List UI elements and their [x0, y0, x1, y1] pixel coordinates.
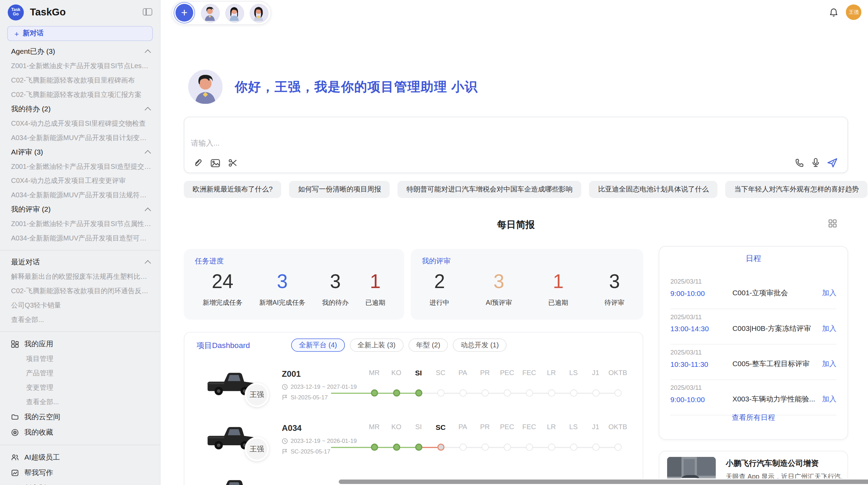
- schedule-event: 2025/03/11 9:00-10:00 X003-车辆动力学性能验... 加…: [671, 380, 836, 415]
- sidebar-item-favorites[interactable]: 我的收藏: [0, 425, 160, 440]
- sidebar-item-help-write[interactable]: 帮我写作: [0, 465, 160, 481]
- filter-tab-powertrain[interactable]: 动总开发 (1): [453, 338, 506, 352]
- flag-icon: [282, 448, 288, 455]
- sidebar-item[interactable]: A034-全新新能源MUV产品开发项目计划变更表编写: [0, 130, 160, 145]
- app-title: TaskGo: [30, 7, 65, 18]
- join-button[interactable]: 加入: [822, 324, 836, 334]
- join-button[interactable]: 加入: [822, 394, 836, 404]
- milestone-dot: [570, 389, 577, 397]
- section-header-my-review[interactable]: 我的评审 (2): [0, 202, 160, 217]
- view-all-schedule-link[interactable]: 查看所有日程: [659, 413, 847, 423]
- chevron-up-icon[interactable]: [145, 49, 151, 55]
- suggestion-chip[interactable]: 特朗普可能对进口汽车增税会对中国车企造成哪些影响: [398, 181, 581, 198]
- divider: [0, 445, 160, 445]
- join-button[interactable]: 加入: [822, 288, 836, 298]
- milestone-label: FEC: [522, 423, 536, 431]
- message-input[interactable]: [190, 138, 690, 148]
- scissors-icon[interactable]: [228, 158, 237, 167]
- section-header-my-todo[interactable]: 我的待办 (2): [0, 102, 160, 116]
- chevron-up-icon[interactable]: [145, 260, 151, 266]
- section-header-agent-done[interactable]: Agent已办 (3): [0, 44, 160, 59]
- stat-in-progress: 2 进行中: [430, 269, 449, 308]
- composer-right-icons: [795, 158, 837, 167]
- send-icon[interactable]: [827, 158, 838, 167]
- phone-icon[interactable]: [795, 158, 804, 167]
- user-avatar[interactable]: 王强: [846, 4, 861, 20]
- chat-avatar-1[interactable]: [201, 4, 220, 23]
- project-row-a034[interactable]: 王强 A034 2023-12-19 ~ 2026-01-19 SC-2025-…: [184, 419, 643, 472]
- milestone-date-text: SC-2025-05-17: [291, 448, 330, 455]
- milestone-dot: [548, 389, 555, 397]
- event-name: C005-整车工程目标评审: [732, 359, 822, 369]
- schedule-event: 2025/03/11 9:00-10:00 C001-立项审批会 加入: [671, 273, 836, 309]
- sidebar-item[interactable]: Z001-全新燃油轻卡产品开发项目SI节点属性5D文件评审: [0, 217, 160, 231]
- app-link-change-mgmt[interactable]: 变更管理: [0, 381, 160, 395]
- event-date: 2025/03/11: [671, 344, 836, 356]
- message-composer[interactable]: [184, 117, 848, 173]
- new-chat-label: 新对话: [23, 29, 44, 38]
- suggestion-chip[interactable]: 如何写一份清晰的项目周报: [289, 181, 390, 198]
- event-time: 9:00-10:00: [671, 289, 733, 297]
- new-session-button[interactable]: +: [176, 4, 193, 22]
- sidebar-item[interactable]: Z001-全新燃油皮卡产品开发项目SI节点Lesson Learn报告: [0, 59, 160, 73]
- project-row-z001[interactable]: 王强 Z001 2023-12-19 ~ 2027-01-19 SI-2025-…: [184, 364, 643, 418]
- chevron-up-icon[interactable]: [145, 107, 151, 113]
- app-link-project-mgmt[interactable]: 项目管理: [0, 352, 160, 366]
- sidebar-item-cloud-space[interactable]: 我的云空间: [0, 409, 160, 425]
- milestone-dot: [504, 389, 511, 397]
- assistant-avatar-illustration: [188, 70, 222, 104]
- suggestion-chip[interactable]: 欧洲新规最近颁布了什么?: [184, 181, 281, 198]
- image-icon[interactable]: [210, 159, 220, 167]
- milestone-label: LR: [547, 423, 556, 431]
- suggestion-chip[interactable]: 当下年轻人对汽车外观有怎样的喜好趋势: [725, 181, 868, 198]
- filter-tab-new-upfit[interactable]: 全新上装 (3): [350, 338, 403, 352]
- sidebar-collapse-icon[interactable]: [143, 8, 152, 15]
- sidebar-item[interactable]: C02-飞腾新能源轻客改款项目里程碑画布: [0, 73, 160, 87]
- sidebar-item-creative-draw[interactable]: 创意制图: [0, 481, 160, 485]
- sidebar-item[interactable]: A034-全新新能源MUV产品开发项目法规符合性评审: [0, 188, 160, 202]
- chat-avatar-3[interactable]: [250, 4, 268, 23]
- chevron-up-icon[interactable]: [145, 150, 151, 156]
- app-link-product-mgmt[interactable]: 产品管理: [0, 366, 160, 381]
- section-title: 我的评审 (2): [11, 204, 50, 214]
- avatar-illustration: [226, 4, 242, 21]
- section-header-ai-review[interactable]: AI评审 (3): [0, 145, 160, 159]
- stat-ai-prereview: 3 AI预评审: [486, 269, 512, 308]
- project-dates-text: 2023-12-19 ~ 2026-01-19: [291, 437, 357, 444]
- event-date: 2025/03/11: [671, 309, 836, 320]
- join-button[interactable]: 加入: [822, 359, 836, 369]
- filter-tab-new-platform[interactable]: 全新平台 (4): [291, 338, 345, 352]
- card-title: 我的评审: [422, 256, 450, 266]
- notification-bell-icon[interactable]: [829, 8, 838, 17]
- view-all-chats-link[interactable]: 查看全部...: [0, 312, 160, 327]
- milestone-dot-done: [371, 389, 378, 397]
- chat-avatar-2[interactable]: [225, 4, 244, 23]
- sidebar-item[interactable]: C0X4-动力总成开发项目工程变更评审: [0, 174, 160, 188]
- section-header-recent-chats[interactable]: 最近对话: [0, 255, 160, 269]
- sidebar: Task Go TaskGo + 新对话 Agent已办 (3) Z001-全新…: [0, 0, 160, 485]
- sidebar-item[interactable]: A034-全新新能源MUV产品开发项目造型可行性评审: [0, 231, 160, 246]
- filter-tab-model-year[interactable]: 年型 (2): [408, 338, 448, 352]
- new-chat-button[interactable]: + 新对话: [7, 26, 153, 41]
- recent-chat-item[interactable]: 解释最新出台的欧盟报废车法规再生塑料比例被调至15%...: [0, 269, 160, 284]
- milestone-dot: [459, 389, 466, 397]
- microphone-icon[interactable]: [811, 158, 820, 167]
- milestone-dot: [614, 444, 622, 451]
- sidebar-item[interactable]: C0X4-动力总成开发项目SI里程碑提交物检查: [0, 116, 160, 130]
- suggestion-chip[interactable]: 比亚迪全固态电池计划具体说了什么: [589, 181, 718, 198]
- recent-chat-item[interactable]: C02-飞腾新能源轻客改款项目的闭环通告反馈情况: [0, 284, 160, 298]
- recent-chat-item[interactable]: 公司Q3轻卡销量: [0, 298, 160, 312]
- attachment-icon[interactable]: [193, 158, 203, 167]
- chevron-up-icon[interactable]: [145, 207, 151, 213]
- layout-grid-icon[interactable]: [828, 219, 837, 228]
- sidebar-item[interactable]: C02-飞腾新能源轻客改款项目立项汇报方案: [0, 87, 160, 102]
- favorites-label: 我的收藏: [24, 427, 53, 437]
- sidebar-item[interactable]: Z001-全新燃油轻卡产品开发项目SI造型提交物评审: [0, 159, 160, 174]
- stat-value: 3: [604, 269, 624, 294]
- milestone-dot: [592, 444, 599, 451]
- sidebar-item-ai-staff[interactable]: AI超级员工: [0, 450, 160, 465]
- scrollbar-thumb[interactable]: [339, 480, 868, 484]
- project-dates-text: 2023-12-19 ~ 2027-01-19: [291, 383, 357, 390]
- sidebar-item-my-apps[interactable]: 我的应用: [0, 336, 160, 352]
- view-all-apps-link[interactable]: 查看全部...: [0, 395, 160, 409]
